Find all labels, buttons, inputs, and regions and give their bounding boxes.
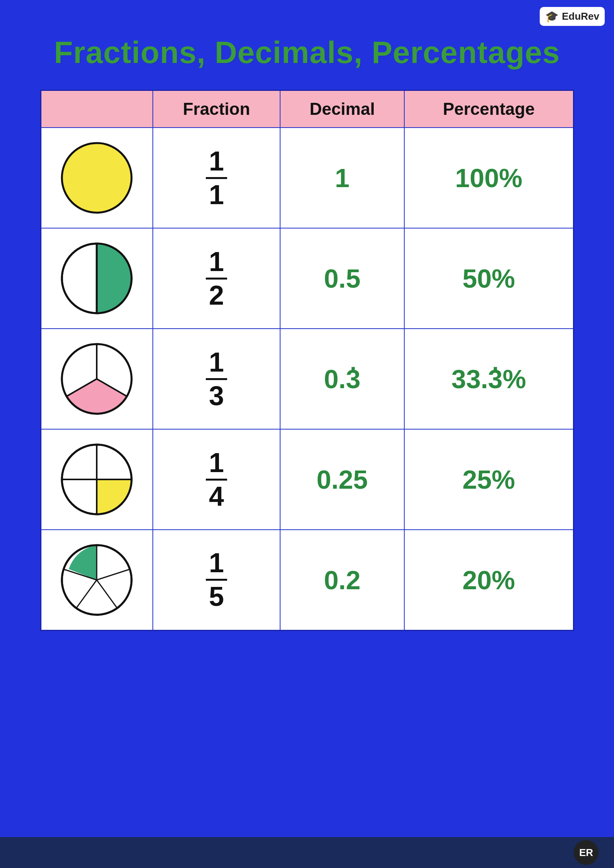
table-row: 1 4 0.25 25%	[41, 429, 573, 530]
pct-cell-3: 33.3%	[404, 329, 573, 429]
decimal-cell-2: 0.5	[280, 228, 404, 329]
decimal-cell-5: 0.2	[280, 530, 404, 630]
frac-denominator: 2	[209, 282, 224, 309]
percentage-value: 50%	[462, 264, 515, 293]
frac-numerator: 1	[209, 248, 224, 275]
table-row: 1 3 0.3 33.3%	[41, 329, 573, 429]
frac-numerator: 1	[209, 349, 224, 376]
frac-denominator: 4	[209, 483, 224, 510]
pie-cell-fifth	[41, 530, 153, 630]
recurring-digit: 3	[488, 364, 503, 394]
table-header-row: Fraction Decimal Percentage	[41, 90, 573, 128]
percentage-value: 33.3%	[452, 364, 526, 394]
percentage-value: 20%	[462, 565, 515, 595]
svg-point-0	[62, 143, 132, 213]
col-header-fraction: Fraction	[153, 90, 280, 128]
decimal-cell-4: 0.25	[280, 429, 404, 530]
decimal-value: 1	[335, 163, 350, 193]
footer-bar: ER	[0, 837, 614, 868]
col-header-decimal: Decimal	[280, 90, 404, 128]
pct-cell-5: 20%	[404, 530, 573, 630]
decimal-value: 0.25	[316, 465, 368, 494]
table-row: 1 2 0.5 50%	[41, 228, 573, 329]
pie-cell-half	[41, 228, 153, 329]
frac-line	[206, 278, 227, 280]
logo: 🎓 EduRev	[540, 7, 605, 26]
frac-numerator: 1	[209, 148, 224, 175]
recurring-digit: 3	[346, 364, 361, 394]
table-row: 1 5 0.2 20%	[41, 530, 573, 630]
fractions-table: Fraction Decimal Percentage	[40, 90, 574, 631]
logo-text: EduRev	[562, 10, 599, 22]
fraction-cell-5: 1 5	[153, 530, 280, 630]
main-table-wrap: Fraction Decimal Percentage	[40, 90, 574, 631]
decimal-value: 0.3	[324, 364, 361, 394]
decimal-cell-3: 0.3	[280, 329, 404, 429]
pie-cell-third	[41, 329, 153, 429]
frac-line	[206, 479, 227, 481]
frac-denominator: 5	[209, 583, 224, 610]
pie-full-icon	[58, 139, 135, 217]
fraction-cell-3: 1 3	[153, 329, 280, 429]
frac-numerator: 1	[209, 449, 224, 476]
fraction-cell-1: 1 1	[153, 128, 280, 228]
page-title: Fractions, Decimals, Percentages	[31, 35, 583, 70]
decimal-cell-1: 1	[280, 128, 404, 228]
table-row: 1 1 1 100%	[41, 128, 573, 228]
frac-numerator: 1	[209, 549, 224, 576]
pie-quarter-icon	[58, 441, 135, 518]
percentage-value: 100%	[455, 163, 522, 193]
col-header-visual	[41, 90, 153, 128]
pie-cell-full	[41, 128, 153, 228]
frac-line	[206, 177, 227, 179]
frac-line	[206, 579, 227, 581]
pct-cell-2: 50%	[404, 228, 573, 329]
fraction-cell-4: 1 4	[153, 429, 280, 530]
decimal-value: 0.5	[324, 264, 361, 293]
pie-third-icon	[58, 340, 135, 418]
pie-half-icon	[58, 240, 135, 317]
frac-denominator: 1	[209, 181, 224, 208]
percentage-value: 25%	[462, 465, 515, 494]
col-header-percentage: Percentage	[404, 90, 573, 128]
footer-badge: ER	[574, 840, 599, 865]
decimal-value: 0.2	[324, 565, 361, 595]
pie-fifth-icon	[58, 541, 135, 619]
frac-denominator: 3	[209, 382, 224, 409]
pct-cell-4: 25%	[404, 429, 573, 530]
pct-cell-1: 100%	[404, 128, 573, 228]
frac-line	[206, 378, 227, 380]
pie-cell-quarter	[41, 429, 153, 530]
logo-icon: 🎓	[545, 10, 559, 23]
fraction-cell-2: 1 2	[153, 228, 280, 329]
